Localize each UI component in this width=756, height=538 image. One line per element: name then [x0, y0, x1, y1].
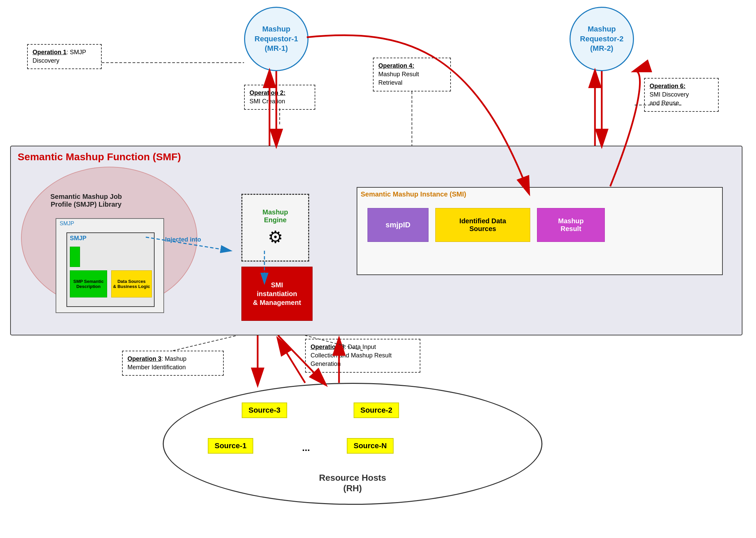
op5-title: Operation 5 [311, 344, 344, 350]
mr1-node: MashupRequestor-1(MR-1) [244, 7, 309, 71]
op2-box: Operation 2:SMI Creation [244, 85, 315, 110]
smjp-inner-box: SMJP SMP SemanticDescription Data Source… [66, 232, 155, 307]
diagram-container: MashupRequestor-1(MR-1) MashupRequestor-… [0, 0, 756, 538]
smf-container: Semantic Mashup Function (SMF) Semantic … [10, 146, 742, 335]
smjp-green-btn: SMP SemanticDescription [70, 270, 107, 297]
gear-icon: ⚙ [268, 227, 283, 247]
smjp-inner-label: SMJP [70, 235, 86, 242]
op6-desc: SMI Discoveryand Reuse [650, 91, 689, 106]
op3-line [173, 335, 237, 351]
smi-smjpid: smjpID [367, 208, 429, 242]
smf-title: Semantic Mashup Function (SMF) [18, 151, 181, 163]
dots-label: ... [296, 440, 316, 456]
injected-label: Injected into [165, 236, 201, 243]
mr1-label: MashupRequestor-1(MR-1) [255, 24, 298, 54]
op4-title: Operation 4: [378, 62, 414, 69]
op6-box: Operation 6:SMI Discoveryand Reuse [644, 78, 719, 112]
rh-ellipse: Source-3 Source-2 Source-1 ... Source-N … [163, 383, 542, 505]
smi-ids: Identified DataSources [435, 208, 530, 242]
source3-box: Source-3 [242, 402, 287, 418]
smjp-outer-box: SMJP SMJP SMP SemanticDescription Data S… [56, 218, 164, 313]
smi-result: MashupResult [537, 208, 605, 242]
op3-box: Operation 3: MashupMember Identification [122, 351, 224, 376]
op2-desc: SMI Creation [250, 98, 285, 105]
op6-title: Operation 6: [650, 83, 685, 89]
mr2-node: MashupRequestor-2(MR-2) [570, 7, 634, 71]
smjp-small-green [70, 247, 80, 267]
op2-title: Operation 2: [250, 89, 285, 96]
op3-title: Operation 3 [127, 355, 161, 362]
smi-title: Semantic Mashup Instance (SMI) [361, 190, 466, 198]
sourceN-box: Source-N [347, 438, 394, 454]
op5-box: Operation 5: Data InputCollection and Ma… [305, 339, 420, 373]
smi-container: Semantic Mashup Instance (SMI) smjpID Id… [357, 187, 723, 275]
rh-label: Resource Hosts(RH) [319, 473, 386, 494]
smjp-yellow-btn: Data Sources& Business Logic [111, 270, 152, 297]
op1-box: Operation 1: SMJPDiscovery [27, 44, 102, 69]
smjp-library-label: Semantic Mashup JobProfile (SMJP) Librar… [49, 193, 123, 208]
mashup-engine-box: MashupEngine ⚙ [241, 194, 309, 262]
arrow-rh-to-smi1 [278, 339, 305, 383]
mr2-label: MashupRequestor-2(MR-2) [580, 24, 623, 54]
source1-box: Source-1 [208, 438, 253, 454]
source2-box: Source-2 [354, 402, 399, 418]
mashup-engine-label: MashupEngine [262, 208, 288, 224]
smi-inst-box: SMIinstantiation& Management [241, 267, 313, 321]
op4-box: Operation 4:Mashup ResultRetrieval [373, 58, 451, 91]
op4-desc: Mashup ResultRetrieval [378, 71, 419, 86]
smi-inst-label: SMIinstantiation& Management [253, 281, 301, 307]
op1-title: Operation 1 [33, 49, 66, 56]
smjp-outer-label: SMJP [60, 221, 74, 227]
